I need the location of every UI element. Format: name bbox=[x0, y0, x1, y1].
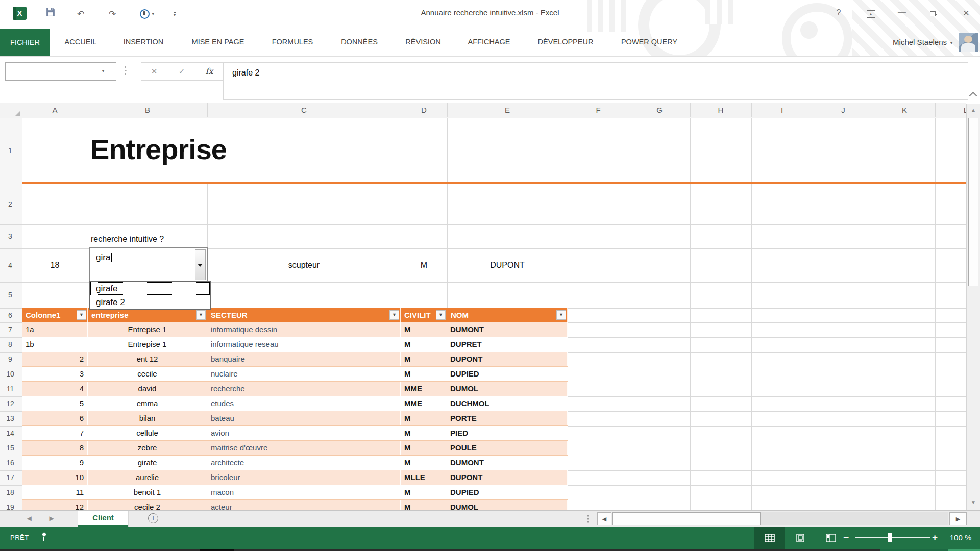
hscroll-right-icon[interactable]: ▶ bbox=[949, 512, 967, 525]
tab-scroll-splitter[interactable] bbox=[587, 514, 589, 523]
tab-power-query[interactable]: POWER QUERY bbox=[621, 28, 677, 56]
table-cell[interactable]: MME bbox=[401, 396, 447, 411]
table-cell[interactable]: david bbox=[88, 382, 207, 396]
qat-customize-button[interactable]: ▾ bbox=[168, 6, 181, 21]
table-cell[interactable]: 3 bbox=[22, 367, 88, 381]
column-header-A[interactable]: A bbox=[46, 103, 64, 117]
cell-e4[interactable]: DUPONT bbox=[447, 259, 568, 271]
zoom-in-icon[interactable]: + bbox=[932, 527, 938, 549]
table-cell[interactable]: PORTE bbox=[447, 411, 568, 425]
help-button[interactable]: ? bbox=[830, 5, 847, 20]
column-header-F[interactable]: F bbox=[589, 103, 607, 117]
insert-function-button[interactable]: fx bbox=[197, 63, 222, 80]
table-cell[interactable]: recherche bbox=[207, 382, 401, 396]
cell-b3-label[interactable]: recherche intuitive ? bbox=[91, 235, 164, 244]
column-header-C[interactable]: C bbox=[295, 103, 313, 117]
scroll-down-icon[interactable]: ▼ bbox=[967, 496, 980, 509]
ribbon-display-button[interactable]: ▴ bbox=[862, 5, 879, 20]
table-cell[interactable]: nuclaire bbox=[207, 367, 401, 381]
row-header-17[interactable]: 17 bbox=[0, 470, 20, 485]
table-cell[interactable]: 5 bbox=[22, 396, 88, 411]
tab-accueil[interactable]: ACCUEIL bbox=[65, 28, 97, 56]
table-cell[interactable]: etudes bbox=[207, 396, 401, 411]
row-header-14[interactable]: 14 bbox=[0, 426, 20, 441]
table-cell[interactable]: 1a bbox=[22, 322, 88, 337]
undo-button[interactable]: ↶ bbox=[73, 6, 88, 21]
row-header-4[interactable]: 4 bbox=[0, 248, 20, 282]
name-box-dropdown-icon[interactable]: ▾ bbox=[102, 69, 104, 73]
name-box[interactable] bbox=[5, 62, 116, 81]
tab-donn-es[interactable]: DONNÉES bbox=[341, 28, 378, 56]
cell-b1-title[interactable]: Entreprise bbox=[90, 133, 227, 166]
row-header-1[interactable]: 1 bbox=[0, 118, 20, 184]
filter-button[interactable]: ▼ bbox=[436, 310, 446, 320]
column-header-I[interactable]: I bbox=[773, 103, 791, 117]
add-sheet-button[interactable]: + bbox=[148, 513, 158, 523]
table-cell[interactable]: M bbox=[401, 500, 447, 510]
table-cell[interactable]: M bbox=[401, 352, 447, 366]
table-cell[interactable]: 12 bbox=[22, 500, 88, 510]
zoom-level[interactable]: 100 % bbox=[945, 527, 976, 549]
avatar[interactable] bbox=[959, 33, 978, 52]
table-cell[interactable]: 4 bbox=[22, 382, 88, 396]
table-cell[interactable]: bateau bbox=[207, 411, 401, 425]
table-cell[interactable]: maitrise d'œuvre bbox=[207, 441, 401, 455]
tab-d-veloppeur[interactable]: DÉVELOPPEUR bbox=[538, 28, 594, 56]
tab-formules[interactable]: FORMULES bbox=[272, 28, 313, 56]
column-header-E[interactable]: E bbox=[498, 103, 517, 117]
table-cell[interactable]: cellule bbox=[88, 426, 207, 440]
table-cell[interactable]: 1b bbox=[22, 337, 88, 352]
table-cell[interactable]: banquaire bbox=[207, 352, 401, 366]
table-cell[interactable]: DUMONT bbox=[447, 322, 568, 337]
search-combobox[interactable]: gira bbox=[89, 247, 208, 282]
table-cell[interactable]: aurelie bbox=[88, 470, 207, 485]
column-header-K[interactable]: K bbox=[895, 103, 914, 117]
redo-button[interactable]: ↷ bbox=[105, 6, 120, 21]
table-cell[interactable]: Entrepise 1 bbox=[88, 322, 207, 337]
tab-affichage[interactable]: AFFICHAGE bbox=[468, 28, 510, 56]
table-cell[interactable]: bricoleur bbox=[207, 470, 401, 485]
view-normal-button[interactable] bbox=[754, 527, 785, 549]
table-cell[interactable]: POULE bbox=[447, 441, 568, 455]
row-header-13[interactable]: 13 bbox=[0, 411, 20, 426]
filter-button[interactable]: ▼ bbox=[389, 310, 399, 320]
row-header-6[interactable]: 6 bbox=[0, 308, 20, 322]
table-cell[interactable]: avion bbox=[207, 426, 401, 440]
cell-d4[interactable]: M bbox=[401, 259, 447, 271]
column-header-G[interactable]: G bbox=[650, 103, 669, 117]
formula-bar-splitter[interactable] bbox=[125, 65, 127, 77]
column-header-D[interactable]: D bbox=[415, 103, 433, 117]
table-cell[interactable]: DUMOL bbox=[447, 500, 568, 510]
table-cell[interactable]: 9 bbox=[22, 456, 88, 470]
touch-mode-button[interactable]: ▾ bbox=[136, 6, 158, 21]
sheet-tab-client[interactable]: Client bbox=[78, 511, 129, 527]
row-header-5[interactable]: 5 bbox=[0, 282, 20, 308]
table-cell[interactable]: M bbox=[401, 411, 447, 425]
user-name[interactable]: Michel Staelens bbox=[863, 28, 947, 56]
row-header-15[interactable]: 15 bbox=[0, 441, 20, 456]
table-cell[interactable]: DUCHMOL bbox=[447, 396, 568, 411]
restore-button[interactable] bbox=[924, 5, 942, 20]
row-header-2[interactable]: 2 bbox=[0, 184, 20, 224]
vertical-scrollbar[interactable]: ▲ ▼ bbox=[966, 104, 980, 510]
table-cell[interactable]: DUPONT bbox=[447, 470, 568, 485]
table-cell[interactable]: 11 bbox=[22, 485, 88, 499]
select-all-corner[interactable] bbox=[0, 103, 22, 118]
column-header-B[interactable]: B bbox=[138, 103, 157, 117]
tab-r-vision[interactable]: RÉVISION bbox=[405, 28, 440, 56]
table-cell[interactable]: MLLE bbox=[401, 470, 447, 485]
sheet-nav-left-icon[interactable]: ◀ bbox=[22, 511, 36, 527]
filter-button[interactable]: ▼ bbox=[196, 310, 206, 320]
combobox-dropdown-button[interactable] bbox=[195, 249, 206, 280]
table-cell[interactable]: architecte bbox=[207, 456, 401, 470]
table-cell[interactable]: 2 bbox=[22, 352, 88, 366]
row-header-19[interactable]: 19 bbox=[0, 500, 20, 510]
close-button[interactable]: × bbox=[958, 5, 975, 20]
cancel-button[interactable]: ✕ bbox=[141, 63, 167, 80]
table-cell[interactable]: M bbox=[401, 426, 447, 440]
table-cell[interactable]: girafe bbox=[88, 456, 207, 470]
table-cell[interactable]: DUPRET bbox=[447, 337, 568, 352]
combobox-option[interactable]: girafe 2 bbox=[90, 295, 210, 309]
table-cell[interactable]: ent 12 bbox=[88, 352, 207, 366]
table-cell[interactable]: informatique reseau bbox=[207, 337, 401, 352]
